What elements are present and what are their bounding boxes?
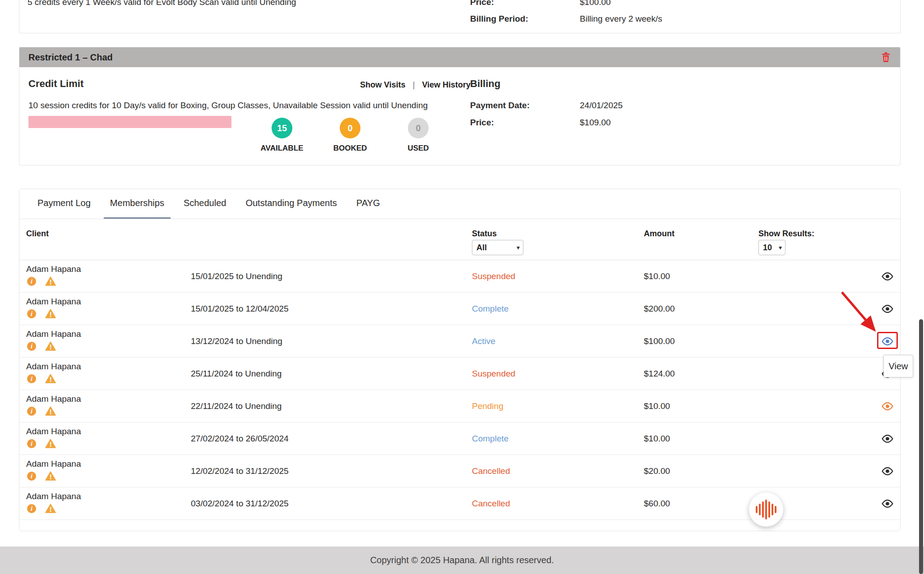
warning-icon[interactable]: [45, 439, 56, 448]
amount-value: $200.00: [644, 304, 675, 314]
membership-period: 03/02/2024 to 31/12/2025: [191, 499, 289, 509]
status-badge: Complete: [472, 304, 508, 314]
amount-value: $100.00: [644, 336, 675, 346]
loading-spinner-icon: [749, 492, 783, 527]
client-name: Adam Hapana: [26, 362, 81, 372]
warning-icon[interactable]: [45, 504, 56, 513]
warning-icon[interactable]: [45, 406, 56, 416]
eye-icon[interactable]: [879, 465, 896, 477]
status-filter: All: [472, 240, 523, 255]
client-icons: i: [26, 471, 81, 481]
tabs: Payment LogMembershipsScheduledOutstandi…: [19, 189, 900, 219]
warning-icon[interactable]: [45, 276, 56, 286]
amount-value: $60.00: [644, 499, 670, 509]
eye-icon[interactable]: [879, 270, 896, 282]
links-separator: |: [413, 80, 415, 90]
info-icon[interactable]: i: [27, 407, 36, 416]
client-cell: Adam Hapana i: [26, 362, 81, 383]
amount-value: $124.00: [644, 369, 675, 379]
info-icon[interactable]: i: [27, 342, 36, 351]
tab-payg[interactable]: PAYG: [350, 189, 387, 219]
client-icons: i: [26, 276, 81, 286]
view-history-link[interactable]: View History: [422, 80, 471, 90]
scrollbar-thumb[interactable]: [919, 319, 923, 574]
status-badge: Cancelled: [472, 466, 510, 476]
billing-period-value: Billing every 2 week/s: [580, 14, 662, 24]
client-icons: i: [26, 374, 81, 383]
status-badge: Cancelled: [472, 499, 510, 509]
tab-scheduled[interactable]: Scheduled: [177, 189, 233, 219]
tab-outstanding-payments[interactable]: Outstanding Payments: [239, 189, 343, 219]
client-name: Adam Hapana: [26, 394, 81, 404]
client-icons: i: [26, 439, 81, 448]
status-filter-select[interactable]: All: [472, 240, 523, 255]
info-icon[interactable]: i: [27, 277, 36, 286]
status-column-header: Status: [472, 229, 497, 239]
table-row: Adam Hapana i 22/11/2024 to Unending Pen…: [19, 390, 900, 422]
show-visits-link[interactable]: Show Visits: [360, 80, 406, 90]
table-row: Adam Hapana i 13/12/2024 to Unending Act…: [19, 325, 900, 358]
warning-icon[interactable]: [45, 309, 56, 318]
credit-counters: 15AVAILABLE0BOOKED0USED: [253, 118, 448, 153]
table-row: Adam Hapana i 27/02/2024 to 26/05/2024 C…: [19, 422, 900, 455]
billing-price-value: $109.00: [580, 118, 611, 128]
eye-icon[interactable]: [879, 497, 896, 510]
trash-icon[interactable]: [881, 51, 891, 63]
payment-date-value: 24/01/2025: [580, 101, 623, 110]
membership-period: 15/01/2025 to Unending: [191, 271, 282, 281]
membership-card-restricted-1: Restricted 1 – Chad Credit Limit Show Vi…: [19, 47, 901, 165]
membership-period: 13/12/2024 to Unending: [191, 336, 282, 346]
info-icon[interactable]: i: [27, 374, 36, 383]
amount-column-header: Amount: [644, 229, 675, 239]
info-icon[interactable]: i: [27, 309, 36, 318]
counter-value: 0: [340, 118, 360, 138]
amount-value: $10.00: [644, 434, 670, 444]
membership-card-header: Restricted 1 – Chad: [19, 47, 900, 67]
status-badge: Complete: [472, 434, 508, 444]
table-row: Adam Hapana i 15/01/2025 to Unending Sus…: [19, 260, 900, 293]
tab-payment-log[interactable]: Payment Log: [31, 189, 97, 219]
info-icon[interactable]: i: [27, 504, 36, 513]
counter-label: AVAILABLE: [253, 144, 311, 153]
status-badge: Pending: [472, 401, 504, 411]
membership-period: 27/02/2024 to 26/05/2024: [191, 434, 289, 444]
counter-available: 15AVAILABLE: [253, 118, 311, 153]
warning-icon[interactable]: [45, 471, 56, 481]
counter-value: 0: [408, 118, 429, 138]
client-name: Adam Hapana: [26, 264, 81, 274]
expiring-membership-card: 5 credits every 1 Week/s valid for Evolt…: [19, 0, 901, 33]
info-icon[interactable]: i: [27, 472, 36, 481]
client-name: Adam Hapana: [26, 427, 81, 436]
hapana-client-billing-page: 5 credits every 1 Week/s valid for Evolt…: [0, 0, 924, 574]
tab-memberships[interactable]: Memberships: [104, 189, 171, 219]
payments-panel: Payment LogMembershipsScheduledOutstandi…: [19, 188, 901, 531]
client-cell: Adam Hapana i: [26, 491, 81, 513]
amount-value: $20.00: [644, 466, 670, 476]
counter-value: 15: [272, 118, 292, 138]
client-cell: Adam Hapana i: [26, 297, 81, 318]
client-cell: Adam Hapana i: [26, 427, 81, 448]
membership-card-body: Credit Limit Show Visits | View History …: [19, 67, 900, 166]
credit-progress-bar: [28, 116, 231, 128]
counter-label: USED: [389, 144, 448, 153]
eye-icon[interactable]: [879, 432, 896, 445]
info-icon[interactable]: i: [27, 439, 36, 448]
credit-limit-links: Show Visits | View History: [360, 80, 471, 90]
status-badge: Suspended: [472, 369, 515, 379]
eye-icon[interactable]: [879, 400, 896, 412]
client-icons: i: [26, 341, 81, 351]
membership-rows: Adam Hapana i 15/01/2025 to Unending Sus…: [19, 260, 900, 520]
show-results: 10: [758, 240, 785, 255]
amount-value: $10.00: [644, 271, 670, 281]
client-cell: Adam Hapana i: [26, 459, 81, 481]
warning-icon[interactable]: [45, 374, 56, 383]
table-row: Adam Hapana i 25/11/2024 to Unending Sus…: [19, 358, 900, 390]
warning-icon[interactable]: [45, 341, 56, 351]
client-icons: i: [26, 309, 81, 318]
status-badge: Active: [472, 336, 495, 346]
show-results-select[interactable]: 10: [758, 240, 785, 255]
membership-description: 5 credits every 1 Week/s valid for Evolt…: [28, 0, 296, 7]
table-header: Client Status All Amount Show Results: 1…: [19, 219, 900, 260]
amount-value: $10.00: [644, 401, 670, 411]
status-badge: Suspended: [472, 271, 515, 281]
